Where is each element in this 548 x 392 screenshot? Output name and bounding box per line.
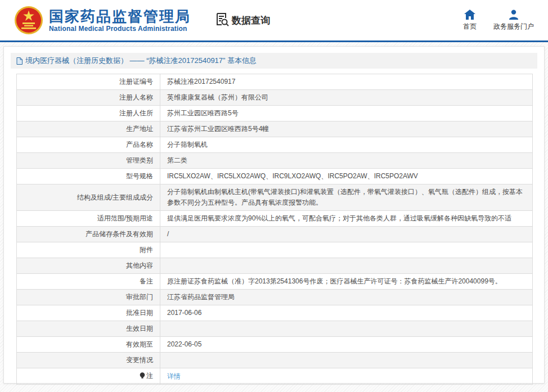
- page-title: 境内医疗器械（注册历史数据） —— “苏械注准20172540917” 基本信息: [11, 53, 537, 69]
- data-query-label: 数据查询: [232, 14, 270, 27]
- field-value: 第二类: [160, 153, 533, 169]
- field-value-text: 江苏省药品监督管理局: [167, 293, 235, 301]
- data-query-nav[interactable]: 数据查询: [214, 12, 270, 29]
- document-icon: [16, 57, 23, 65]
- table-row: 其他内容: [17, 258, 533, 274]
- field-label-text: 适用范围/预期用途: [97, 214, 153, 222]
- field-label: 产品名称: [17, 137, 160, 153]
- field-label: 型号规格: [17, 169, 160, 184]
- field-value: 江苏省药品监督管理局: [160, 290, 533, 305]
- field-label-text: 生产地址: [126, 125, 153, 133]
- field-label: 变更情况: [17, 353, 160, 368]
- field-value: [160, 353, 533, 368]
- field-label-text: 其他内容: [126, 262, 153, 269]
- table-row: 结构及组成/主要组成成分分子筛制氧机由制氧机主机(带氧气灌装接口)和灌氧装置（选…: [17, 184, 533, 211]
- field-label-text: 备注: [140, 277, 153, 285]
- field-label-text: 型号规格: [126, 172, 153, 180]
- field-label-text: 注册人名称: [119, 93, 153, 101]
- field-value: 提供满足医用氧要求浓度为90%以上的氧气，可配合氧疗；对于其他各类人群，通过吸氧…: [160, 211, 533, 227]
- field-label: 注册人住所: [17, 106, 160, 121]
- field-value: 2017-06-06: [160, 305, 533, 321]
- field-value-text: 分子筛制氧机: [167, 141, 208, 148]
- table-row: 生产地址江苏省苏州工业园区唯西路5号4幢: [17, 121, 533, 137]
- field-label: 生效日期: [17, 321, 160, 337]
- field-label: 附件: [17, 242, 160, 258]
- field-label-text: 注: [146, 372, 153, 380]
- table-row: 管理类别第二类: [17, 153, 533, 169]
- nav-home-label: 首页: [463, 22, 477, 31]
- field-value: 江苏省苏州工业园区唯西路5号4幢: [160, 121, 533, 137]
- field-label-text: 有效期至: [126, 340, 153, 348]
- field-value: 详情: [160, 368, 533, 385]
- table-row: 适用范围/预期用途提供满足医用氧要求浓度为90%以上的氧气，可配合氧疗；对于其他…: [17, 211, 533, 227]
- document-search-icon: [214, 12, 229, 29]
- field-value-text: 提供满足医用氧要求浓度为90%以上的氧气，可配合氧疗；对于其他各类人群，通过吸氧…: [167, 214, 511, 222]
- table-row: 有效期至2022-06-05: [17, 337, 533, 353]
- field-label: 注册人名称: [17, 90, 160, 106]
- field-label-text: 附件: [140, 246, 153, 254]
- table-row: 注详情: [17, 368, 533, 385]
- table-row: 注册人名称英维康康复器械（苏州）有限公司: [17, 90, 533, 106]
- table-row: 审批部门江苏省药品监督管理局: [17, 290, 533, 305]
- details-link[interactable]: 详情: [167, 372, 181, 380]
- field-value: [160, 242, 533, 258]
- field-label: 其他内容: [17, 258, 160, 274]
- field-label: 批准日期: [17, 305, 160, 321]
- field-label-text: 批准日期: [126, 309, 153, 317]
- field-value-text: 江苏省苏州工业园区唯西路5号4幢: [167, 125, 269, 133]
- table-row: 备注原注册证苏食药监械（准）字2013第2541306号作废；医疗器械生产许可证…: [17, 274, 533, 290]
- field-value: 原注册证苏食药监械（准）字2013第2541306号作废；医疗器械生产许可证号：…: [160, 274, 533, 290]
- table-row: 注册人住所苏州工业园区唯西路5号: [17, 106, 533, 121]
- field-value: [160, 258, 533, 274]
- field-value: 分子筛制氧机: [160, 137, 533, 153]
- table-row: 注册证编号苏械注准20172540917: [17, 74, 533, 90]
- field-value-text: 原注册证苏食药监械（准）字2013第2541306号作废；医疗器械生产许可证号：…: [167, 277, 502, 285]
- table-row: 生效日期: [17, 321, 533, 337]
- table-row: 产品名称分子筛制氧机: [17, 137, 533, 153]
- field-label: 结构及组成/主要组成成分: [17, 184, 160, 211]
- nav-gov-portal-label: 政务服务门户: [493, 22, 534, 31]
- field-value-text: 苏州工业园区唯西路5号: [167, 109, 239, 117]
- field-label: 审批部门: [17, 290, 160, 305]
- field-label: 备注: [17, 274, 160, 290]
- field-value-text: IRC5LXO2AW、IRC5LXO2AWQ、IRC9LXO2AWQ、IRC5P…: [167, 172, 418, 180]
- nav-gov-portal[interactable]: 政务服务门户: [493, 10, 534, 31]
- field-value-text: /: [167, 230, 169, 238]
- field-label-text: 注册人住所: [119, 109, 153, 117]
- info-table-body: 注册证编号苏械注准20172540917注册人名称英维康康复器械（苏州）有限公司…: [17, 74, 533, 385]
- field-label: 生产地址: [17, 121, 160, 137]
- info-table: 注册证编号苏械注准20172540917注册人名称英维康康复器械（苏州）有限公司…: [16, 74, 533, 385]
- field-label: 有效期至: [17, 337, 160, 353]
- field-label-text: 产品名称: [126, 141, 153, 148]
- field-label: 注: [17, 368, 160, 385]
- table-row: 变更情况: [17, 353, 533, 368]
- user-icon: [509, 10, 519, 20]
- national-emblem: [14, 6, 43, 35]
- field-value: /: [160, 227, 533, 242]
- table-row: 产品储存条件及有效期/: [17, 227, 533, 242]
- org-name-en: National Medical Products Administration: [49, 25, 191, 33]
- field-value-text: 第二类: [167, 156, 187, 164]
- brand-block: 国家药品监督管理局 National Medical Products Admi…: [49, 8, 191, 33]
- field-value-text: 英维康康复器械（苏州）有限公司: [167, 93, 268, 101]
- field-label-text: 注册证编号: [119, 78, 153, 85]
- site-header: 国家药品监督管理局 National Medical Products Admi…: [0, 0, 548, 40]
- field-label: 管理类别: [17, 153, 160, 169]
- org-name-cn: 国家药品监督管理局: [49, 8, 191, 25]
- field-value: [160, 321, 533, 337]
- field-label-text: 生效日期: [126, 325, 153, 332]
- table-row: 附件: [17, 242, 533, 258]
- field-value-text: 2022-06-05: [167, 340, 201, 348]
- field-value: 英维康康复器械（苏州）有限公司: [160, 90, 533, 106]
- table-row: 型号规格IRC5LXO2AW、IRC5LXO2AWQ、IRC9LXO2AWQ、I…: [17, 169, 533, 184]
- field-value-text: 苏械注准20172540917: [167, 78, 235, 85]
- field-label: 产品储存条件及有效期: [17, 227, 160, 242]
- nav-home[interactable]: 首页: [463, 10, 477, 31]
- field-label-text: 产品储存条件及有效期: [86, 230, 153, 238]
- field-label: 注册证编号: [17, 74, 160, 90]
- field-label: 适用范围/预期用途: [17, 211, 160, 227]
- content-panel: 境内医疗器械（注册历史数据） —— “苏械注准20172540917” 基本信息…: [3, 46, 545, 384]
- field-value: 苏械注准20172540917: [160, 74, 533, 90]
- field-label-text: 结构及组成/主要组成成分: [77, 193, 153, 201]
- page-title-text: 境内医疗器械（注册历史数据） —— “苏械注准20172540917” 基本信息: [25, 56, 257, 66]
